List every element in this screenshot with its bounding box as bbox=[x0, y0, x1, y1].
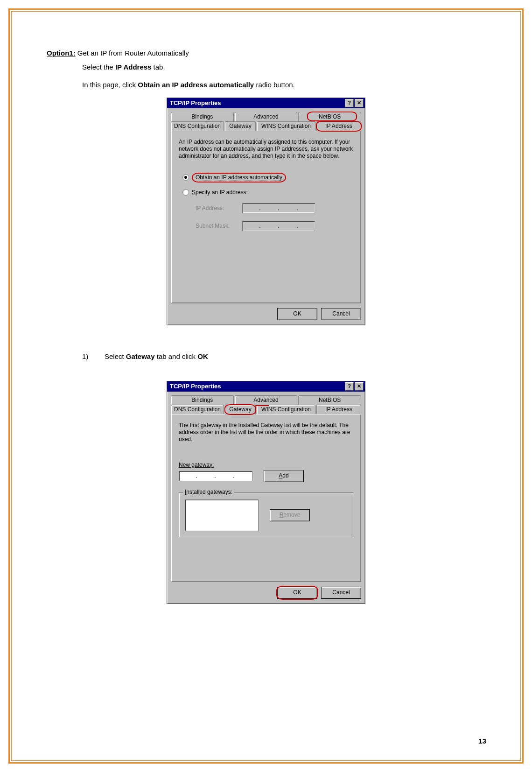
content-area: Option1: Get an IP from Router Automatic… bbox=[47, 49, 485, 604]
remove-button[interactable]: Remove bbox=[270, 509, 310, 521]
instruction-line-2: In this page, click Obtain an IP address… bbox=[82, 79, 485, 90]
page: Option1: Get an IP from Router Automatic… bbox=[0, 0, 532, 772]
tab-area: Bindings Advanced NetBIOS DNS Configurat… bbox=[167, 108, 365, 308]
tab-gateway[interactable]: Gateway bbox=[225, 405, 256, 414]
ip-address-row: IP Address: ... bbox=[196, 203, 353, 213]
ip-panel: An IP address can be automatically assig… bbox=[171, 131, 361, 303]
option-label: Option1: bbox=[47, 49, 76, 57]
screenshot-2-wrap: TCP/IP Properties ? ✕ Bindings Advanced … bbox=[47, 381, 485, 604]
tab-bindings[interactable]: Bindings bbox=[171, 112, 234, 121]
titlebar[interactable]: TCP/IP Properties ? ✕ bbox=[167, 381, 365, 392]
new-gateway-label: New gateway: bbox=[179, 462, 353, 468]
radio-specify-label: Specify an IP address: bbox=[192, 189, 248, 196]
text: tab and click bbox=[155, 352, 198, 360]
dialog-title: TCP/IP Properties bbox=[170, 383, 221, 390]
step-text: Select Gateway tab and click OK bbox=[105, 352, 208, 360]
tab-gateway[interactable]: Gateway bbox=[225, 121, 256, 131]
radio-specify[interactable] bbox=[182, 189, 189, 196]
screenshot-1-wrap: TCP/IP Properties ? ✕ Bindings Advanced … bbox=[47, 98, 485, 325]
cancel-button[interactable]: Cancel bbox=[321, 587, 361, 599]
radio-auto-row[interactable]: Obtain an IP address automatically bbox=[182, 173, 353, 182]
text-bold: Obtain an IP address automatically bbox=[138, 81, 254, 89]
panel-description: An IP address can be automatically assig… bbox=[179, 139, 353, 160]
step-1-row: 1) Select Gateway tab and click OK bbox=[82, 352, 485, 360]
text-bold: OK bbox=[197, 352, 208, 360]
text: Select the bbox=[82, 63, 115, 71]
subnet-row: Subnet Mask: ... bbox=[196, 221, 353, 231]
page-number: 13 bbox=[478, 737, 486, 745]
option-heading: Option1: Get an IP from Router Automatic… bbox=[47, 49, 485, 57]
text-bold: IP Address bbox=[115, 63, 152, 71]
new-gateway-row: ... Add bbox=[179, 470, 353, 482]
text: In this page, click bbox=[82, 81, 138, 89]
highlight-oval: Obtain an IP address automatically bbox=[192, 173, 286, 182]
dialog-title: TCP/IP Properties bbox=[170, 99, 221, 106]
dialog-buttons: OK Cancel bbox=[167, 587, 365, 604]
tab-area: Bindings Advanced NetBIOS DNS Configurat… bbox=[167, 392, 365, 587]
text-bold: Gateway bbox=[126, 352, 155, 360]
help-button[interactable]: ? bbox=[345, 382, 354, 391]
tab-netbios[interactable]: NetBIOS bbox=[298, 395, 361, 405]
tab-label: Advanced bbox=[253, 397, 278, 403]
ok-button[interactable]: OK bbox=[277, 308, 317, 320]
close-button[interactable]: ✕ bbox=[355, 382, 364, 391]
dialog-buttons: OK Cancel bbox=[167, 308, 365, 325]
installed-gateways-list[interactable] bbox=[185, 499, 259, 531]
radio-auto-label: Obtain an IP address automatically bbox=[196, 174, 282, 181]
radio-auto[interactable] bbox=[182, 174, 189, 181]
tab-advanced[interactable]: Advanced bbox=[235, 112, 298, 121]
new-gateway-section: New gateway: ... Add bbox=[179, 462, 353, 482]
titlebar[interactable]: TCP/IP Properties ? ✕ bbox=[167, 98, 365, 108]
ip-address-input[interactable]: ... bbox=[242, 203, 315, 213]
panel-description: The first gateway in the Installed Gatew… bbox=[179, 422, 353, 443]
cancel-button[interactable]: Cancel bbox=[321, 308, 361, 320]
subnet-input[interactable]: ... bbox=[242, 221, 315, 231]
text: tab. bbox=[151, 63, 165, 71]
installed-gateways-row: Remove bbox=[185, 499, 347, 531]
highlight-oval bbox=[316, 121, 362, 132]
installed-gateways-label: Installed gateways: bbox=[183, 489, 234, 495]
tabs-row-2: DNS Configuration Gateway WINS Configura… bbox=[171, 121, 361, 131]
tab-advanced[interactable]: Advanced bbox=[235, 395, 298, 405]
option-text: Get an IP from Router Automatically bbox=[76, 49, 189, 57]
highlight-oval bbox=[224, 404, 256, 415]
tab-bindings[interactable]: Bindings bbox=[171, 395, 234, 405]
tabs-row-1: Bindings Advanced NetBIOS bbox=[171, 395, 361, 405]
highlight-oval bbox=[307, 112, 357, 121]
tab-ipaddress[interactable]: IP Address bbox=[316, 405, 361, 414]
gateway-panel: The first gateway in the Installed Gatew… bbox=[171, 414, 361, 582]
tcpip-dialog-ipaddress: TCP/IP Properties ? ✕ Bindings Advanced … bbox=[167, 98, 365, 325]
text: radio button. bbox=[254, 81, 295, 89]
tabs-row-1: Bindings Advanced NetBIOS bbox=[171, 112, 361, 121]
tabs-row-2: DNS Configuration Gateway WINS Configura… bbox=[171, 405, 361, 414]
tab-ipaddress[interactable]: IP Address bbox=[316, 121, 361, 131]
step-number: 1) bbox=[82, 352, 105, 360]
close-button[interactable]: ✕ bbox=[355, 99, 364, 107]
tab-wins[interactable]: WINS Configuration bbox=[257, 121, 315, 131]
radio-specify-row[interactable]: Specify an IP address: bbox=[182, 189, 353, 196]
tab-dns[interactable]: DNS Configuration bbox=[171, 121, 224, 131]
highlight-oval bbox=[276, 586, 318, 600]
text: Select bbox=[105, 352, 126, 360]
installed-gateways-group: Installed gateways: Remove bbox=[179, 492, 353, 537]
tab-wins[interactable]: WINS Configuration bbox=[257, 405, 315, 414]
ip-address-label: IP Address: bbox=[196, 205, 242, 211]
help-button[interactable]: ? bbox=[345, 99, 354, 107]
ok-button[interactable]: OK bbox=[277, 587, 317, 599]
add-button[interactable]: Add bbox=[264, 470, 304, 482]
instruction-line-1: Select the IP Address tab. bbox=[82, 62, 485, 72]
tab-dns[interactable]: DNS Configuration bbox=[171, 405, 224, 414]
new-gateway-input[interactable]: ... bbox=[179, 471, 252, 481]
subnet-label: Subnet Mask: bbox=[196, 223, 242, 229]
tcpip-dialog-gateway: TCP/IP Properties ? ✕ Bindings Advanced … bbox=[167, 381, 365, 604]
radio-dot-icon bbox=[184, 176, 187, 179]
tab-netbios[interactable]: NetBIOS bbox=[298, 112, 361, 121]
